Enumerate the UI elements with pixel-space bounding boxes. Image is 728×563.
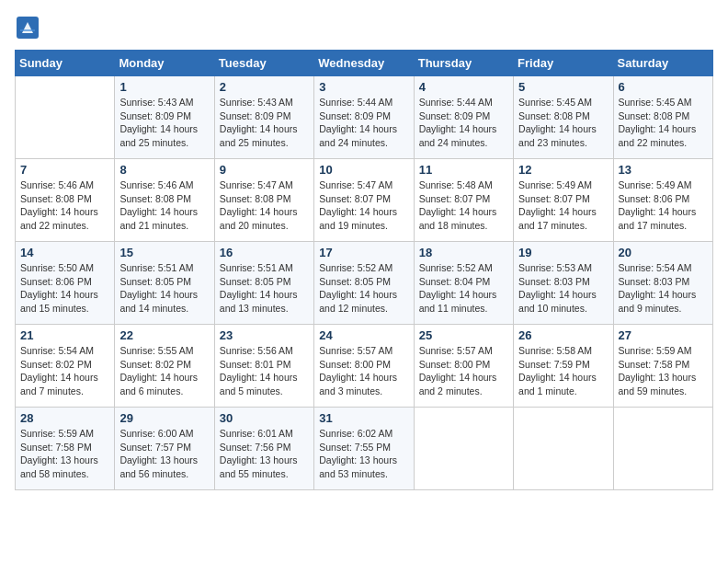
day-info: Sunrise: 5:44 AMSunset: 8:09 PMDaylight:…: [419, 96, 508, 150]
day-info: Sunrise: 6:02 AMSunset: 7:55 PMDaylight:…: [319, 427, 408, 481]
day-info: Sunrise: 5:47 AMSunset: 8:08 PMDaylight:…: [220, 178, 309, 233]
logo: [15, 15, 44, 40]
day-number: 17: [319, 246, 408, 259]
day-number: 3: [319, 80, 408, 94]
day-info: Sunrise: 5:51 AMSunset: 8:05 PMDaylight:…: [220, 261, 309, 316]
day-info: Sunrise: 5:45 AMSunset: 8:08 PMDaylight:…: [619, 96, 708, 150]
day-info: Sunrise: 5:47 AMSunset: 8:07 PMDaylight:…: [319, 178, 408, 233]
calendar-cell: 3Sunrise: 5:44 AMSunset: 8:09 PMDaylight…: [314, 76, 414, 159]
day-number: 16: [220, 246, 309, 259]
day-info: Sunrise: 5:43 AMSunset: 8:09 PMDaylight:…: [119, 96, 209, 150]
day-number: 5: [518, 80, 608, 94]
day-info: Sunrise: 5:54 AMSunset: 8:03 PMDaylight:…: [619, 261, 708, 316]
day-info: Sunrise: 5:52 AMSunset: 8:05 PMDaylight:…: [319, 261, 408, 316]
header-thursday: Thursday: [414, 51, 513, 76]
day-number: 31: [319, 411, 408, 425]
header-monday: Monday: [115, 51, 214, 76]
day-info: Sunrise: 5:46 AMSunset: 8:08 PMDaylight:…: [119, 178, 209, 233]
calendar-week-row: 28Sunrise: 5:59 AMSunset: 7:58 PMDayligh…: [16, 408, 713, 490]
day-number: 21: [20, 328, 109, 342]
calendar-cell: 27Sunrise: 5:59 AMSunset: 7:58 PMDayligh…: [613, 325, 712, 408]
logo-icon: [15, 15, 40, 40]
day-number: 4: [419, 80, 508, 94]
calendar-cell: 9Sunrise: 5:47 AMSunset: 8:08 PMDaylight…: [214, 159, 313, 242]
calendar-table: SundayMondayTuesdayWednesdayThursdayFrid…: [15, 50, 713, 490]
day-number: 26: [518, 328, 608, 342]
calendar-cell: 31Sunrise: 6:02 AMSunset: 7:55 PMDayligh…: [314, 408, 414, 490]
day-info: Sunrise: 5:59 AMSunset: 7:58 PMDaylight:…: [20, 427, 109, 481]
day-info: Sunrise: 5:59 AMSunset: 7:58 PMDaylight:…: [619, 344, 708, 398]
calendar-cell: 7Sunrise: 5:46 AMSunset: 8:08 PMDaylight…: [16, 159, 115, 242]
calendar-cell: [514, 408, 613, 490]
day-number: 14: [20, 246, 109, 259]
calendar-cell: 4Sunrise: 5:44 AMSunset: 8:09 PMDaylight…: [414, 76, 513, 159]
day-number: 27: [619, 328, 708, 342]
calendar-cell: 19Sunrise: 5:53 AMSunset: 8:03 PMDayligh…: [514, 242, 613, 325]
day-info: Sunrise: 5:51 AMSunset: 8:05 PMDaylight:…: [119, 261, 209, 316]
calendar-cell: 5Sunrise: 5:45 AMSunset: 8:08 PMDaylight…: [514, 76, 613, 159]
calendar-cell: 17Sunrise: 5:52 AMSunset: 8:05 PMDayligh…: [314, 242, 414, 325]
day-info: Sunrise: 5:45 AMSunset: 8:08 PMDaylight:…: [518, 96, 608, 150]
day-number: 6: [619, 80, 708, 94]
day-info: Sunrise: 5:49 AMSunset: 8:06 PMDaylight:…: [619, 178, 708, 233]
calendar-cell: 28Sunrise: 5:59 AMSunset: 7:58 PMDayligh…: [16, 408, 115, 490]
calendar-cell: 11Sunrise: 5:48 AMSunset: 8:07 PMDayligh…: [414, 159, 513, 242]
day-info: Sunrise: 5:54 AMSunset: 8:02 PMDaylight:…: [20, 344, 109, 398]
day-info: Sunrise: 6:00 AMSunset: 7:57 PMDaylight:…: [119, 427, 209, 481]
calendar-cell: 15Sunrise: 5:51 AMSunset: 8:05 PMDayligh…: [115, 242, 214, 325]
calendar-cell: 10Sunrise: 5:47 AMSunset: 8:07 PMDayligh…: [314, 159, 414, 242]
day-number: 12: [518, 163, 608, 177]
calendar-week-row: 1Sunrise: 5:43 AMSunset: 8:09 PMDaylight…: [16, 76, 713, 159]
day-number: 1: [119, 80, 209, 94]
calendar-cell: 8Sunrise: 5:46 AMSunset: 8:08 PMDaylight…: [115, 159, 214, 242]
calendar-cell: [414, 408, 513, 490]
day-number: 19: [518, 246, 608, 259]
day-info: Sunrise: 5:49 AMSunset: 8:07 PMDaylight:…: [518, 178, 608, 233]
calendar-cell: 26Sunrise: 5:58 AMSunset: 7:59 PMDayligh…: [514, 325, 613, 408]
header-wednesday: Wednesday: [314, 51, 414, 76]
calendar-cell: 29Sunrise: 6:00 AMSunset: 7:57 PMDayligh…: [115, 408, 214, 490]
calendar-week-row: 14Sunrise: 5:50 AMSunset: 8:06 PMDayligh…: [16, 242, 713, 325]
day-info: Sunrise: 5:56 AMSunset: 8:01 PMDaylight:…: [220, 344, 309, 398]
day-info: Sunrise: 5:50 AMSunset: 8:06 PMDaylight:…: [20, 261, 109, 316]
calendar-week-row: 21Sunrise: 5:54 AMSunset: 8:02 PMDayligh…: [16, 325, 713, 408]
day-number: 28: [20, 411, 109, 425]
calendar-cell: [16, 76, 115, 159]
day-info: Sunrise: 6:01 AMSunset: 7:56 PMDaylight:…: [220, 427, 309, 481]
calendar-cell: 24Sunrise: 5:57 AMSunset: 8:00 PMDayligh…: [314, 325, 414, 408]
calendar-week-row: 7Sunrise: 5:46 AMSunset: 8:08 PMDaylight…: [16, 159, 713, 242]
day-number: 13: [619, 163, 708, 177]
day-info: Sunrise: 5:46 AMSunset: 8:08 PMDaylight:…: [20, 178, 109, 233]
day-info: Sunrise: 5:44 AMSunset: 8:09 PMDaylight:…: [319, 96, 408, 150]
calendar-cell: 6Sunrise: 5:45 AMSunset: 8:08 PMDaylight…: [613, 76, 712, 159]
calendar-cell: 14Sunrise: 5:50 AMSunset: 8:06 PMDayligh…: [16, 242, 115, 325]
day-info: Sunrise: 5:57 AMSunset: 8:00 PMDaylight:…: [419, 344, 508, 398]
calendar-cell: 21Sunrise: 5:54 AMSunset: 8:02 PMDayligh…: [16, 325, 115, 408]
calendar-header-row: SundayMondayTuesdayWednesdayThursdayFrid…: [16, 51, 713, 76]
day-number: 29: [119, 411, 209, 425]
calendar-cell: 16Sunrise: 5:51 AMSunset: 8:05 PMDayligh…: [214, 242, 313, 325]
calendar-cell: 22Sunrise: 5:55 AMSunset: 8:02 PMDayligh…: [115, 325, 214, 408]
day-number: 22: [119, 328, 209, 342]
day-number: 23: [220, 328, 309, 342]
calendar-cell: [613, 408, 712, 490]
day-number: 11: [419, 163, 508, 177]
day-number: 25: [419, 328, 508, 342]
day-number: 2: [220, 80, 309, 94]
day-number: 18: [419, 246, 508, 259]
svg-rect-2: [20, 29, 35, 31]
day-info: Sunrise: 5:52 AMSunset: 8:04 PMDaylight:…: [419, 261, 508, 316]
header-saturday: Saturday: [613, 51, 712, 76]
calendar-cell: 2Sunrise: 5:43 AMSunset: 8:09 PMDaylight…: [214, 76, 313, 159]
calendar-cell: 25Sunrise: 5:57 AMSunset: 8:00 PMDayligh…: [414, 325, 513, 408]
calendar-cell: 23Sunrise: 5:56 AMSunset: 8:01 PMDayligh…: [214, 325, 313, 408]
calendar-cell: 30Sunrise: 6:01 AMSunset: 7:56 PMDayligh…: [214, 408, 313, 490]
day-number: 8: [119, 163, 209, 177]
calendar-cell: 13Sunrise: 5:49 AMSunset: 8:06 PMDayligh…: [613, 159, 712, 242]
day-number: 30: [220, 411, 309, 425]
page-header: [15, 15, 713, 40]
day-number: 7: [20, 163, 109, 177]
day-info: Sunrise: 5:55 AMSunset: 8:02 PMDaylight:…: [119, 344, 209, 398]
calendar-cell: 18Sunrise: 5:52 AMSunset: 8:04 PMDayligh…: [414, 242, 513, 325]
day-info: Sunrise: 5:58 AMSunset: 7:59 PMDaylight:…: [518, 344, 608, 398]
